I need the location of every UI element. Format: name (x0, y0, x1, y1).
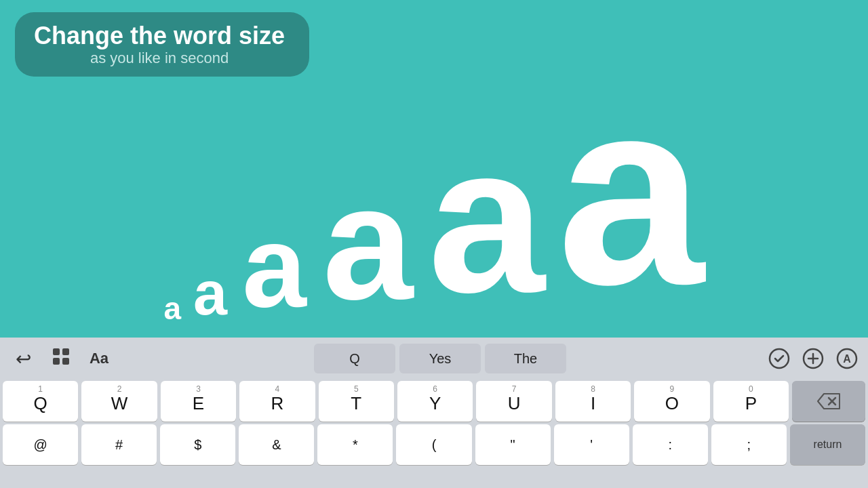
key-quote[interactable]: " (475, 424, 551, 465)
grid-button[interactable] (43, 341, 79, 376)
key-hash[interactable]: # (81, 424, 157, 465)
suggestion-yes[interactable]: Yes (399, 344, 481, 373)
key-ampersand[interactable]: & (239, 424, 314, 465)
return-key[interactable]: return (790, 424, 865, 465)
key-p[interactable]: 0 P (713, 381, 789, 422)
svg-rect-1 (62, 348, 69, 355)
key-lparen[interactable]: ( (396, 424, 471, 465)
letter-size-3: a (234, 209, 315, 324)
svg-rect-0 (53, 348, 60, 355)
font-size-icon: Aa (90, 350, 108, 367)
letters-size-display: a a a a a a (0, 60, 868, 324)
toolbar-right-actions: A (764, 343, 863, 374)
undo-button[interactable]: ↩ (5, 341, 41, 376)
letter-size-1: a (158, 293, 186, 324)
letter-size-2: a (186, 263, 234, 324)
keyboard-area: ↩ Aa Q Yes The (0, 338, 868, 488)
key-semicolon[interactable]: ; (711, 424, 787, 465)
suggestion-the[interactable]: The (485, 344, 566, 373)
key-w[interactable]: 2 W (81, 381, 157, 422)
header-title: Change the word size (34, 22, 285, 49)
key-asterisk[interactable]: * (317, 424, 393, 465)
key-q[interactable]: 1 Q (3, 381, 78, 422)
suggestions-group: Q Yes The (119, 344, 761, 373)
letter-size-5: a (421, 114, 551, 324)
key-row-1: 1 Q 2 W 3 E 4 R 5 T 6 Y (3, 381, 865, 422)
svg-point-4 (770, 349, 789, 368)
key-e[interactable]: 3 E (161, 381, 236, 422)
key-y[interactable]: 6 Y (397, 381, 473, 422)
check-button[interactable] (764, 343, 795, 374)
svg-rect-2 (53, 358, 60, 365)
key-apos[interactable]: ' (554, 424, 629, 465)
key-colon[interactable]: : (633, 424, 708, 465)
grid-icon (52, 347, 71, 370)
edit-button[interactable]: A (831, 343, 863, 374)
key-at[interactable]: @ (3, 424, 78, 465)
letter-size-4: a (315, 161, 421, 324)
key-row-2: @ # $ & * ( " ' : (3, 424, 865, 465)
key-t[interactable]: 5 T (319, 381, 394, 422)
key-o[interactable]: 9 O (634, 381, 709, 422)
key-dollar[interactable]: $ (160, 424, 235, 465)
suggestion-i[interactable]: Q (314, 344, 395, 373)
key-i[interactable]: 8 I (555, 381, 631, 422)
letter-size-6: a (552, 60, 710, 324)
svg-text:A: A (843, 353, 851, 365)
key-r[interactable]: 4 R (239, 381, 315, 422)
backspace-key[interactable] (792, 381, 865, 422)
keyboard-toolbar: ↩ Aa Q Yes The (0, 338, 868, 380)
svg-rect-3 (62, 358, 69, 365)
main-display-area: Change the word size as you like in seco… (0, 0, 868, 338)
add-button[interactable] (797, 343, 829, 374)
undo-icon: ↩ (16, 348, 31, 370)
font-size-button[interactable]: Aa (81, 341, 117, 376)
key-u[interactable]: 7 U (476, 381, 551, 422)
key-rows: 1 Q 2 W 3 E 4 R 5 T 6 Y (0, 380, 868, 488)
